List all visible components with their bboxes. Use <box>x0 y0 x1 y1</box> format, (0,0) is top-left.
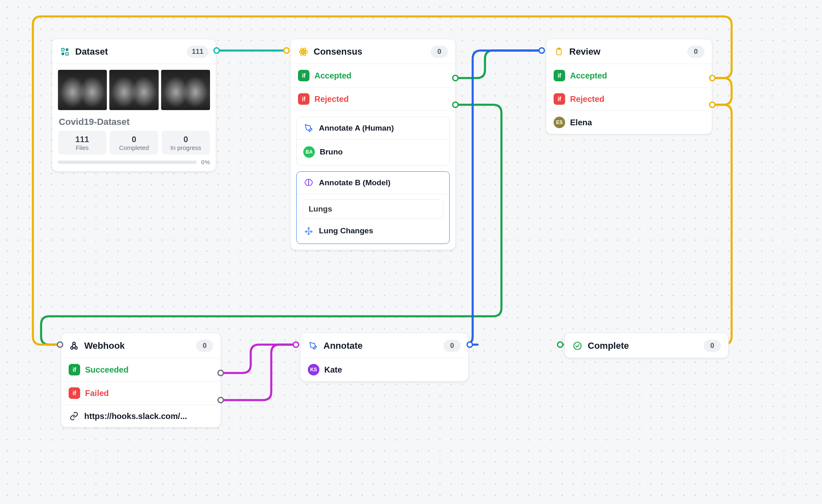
svg-point-7 <box>302 51 304 52</box>
condition-label: Rejected <box>314 94 349 104</box>
workflow-canvas[interactable]: Dataset 111 Covid19-Dataset 111 Files 0 … <box>0 0 822 504</box>
link-icon <box>69 411 79 421</box>
condition-rejected[interactable]: if Rejected <box>546 87 712 111</box>
dataset-thumbnails <box>52 64 216 110</box>
avatar: KS <box>308 364 319 375</box>
sub-card-title: Annotate A (Human) <box>319 124 394 133</box>
xray-thumb <box>58 70 107 110</box>
stat-label: In progress <box>162 144 210 151</box>
dataset-name: Covid19-Dataset <box>52 110 216 131</box>
if-chip-icon: if <box>298 70 309 81</box>
stat-label: Files <box>58 144 106 151</box>
model-row: Lung Changes <box>302 224 443 238</box>
if-chip-icon: if <box>554 70 565 81</box>
port-annotate-in[interactable] <box>293 341 299 348</box>
node-dataset[interactable]: Dataset 111 Covid19-Dataset 111 Files 0 … <box>52 39 216 172</box>
node-consensus[interactable]: Consensus 0 if Accepted if Rejected Anno… <box>290 39 456 250</box>
if-chip-icon: if <box>554 93 565 105</box>
node-title: Complete <box>588 341 699 351</box>
reviewer-row: ES Elena <box>546 111 712 134</box>
if-chip-icon: if <box>69 387 80 399</box>
count-pill: 0 <box>443 340 461 352</box>
stat-files: 111 Files <box>58 131 106 154</box>
node-title: Review <box>569 46 682 57</box>
port-review-accepted-out[interactable] <box>709 75 716 81</box>
annotator-name: Bruno <box>320 147 343 156</box>
pen-icon <box>308 341 319 351</box>
condition-label: Accepted <box>314 71 351 81</box>
progress-track <box>58 161 197 164</box>
port-annotate-out[interactable] <box>466 341 473 348</box>
port-dataset-out[interactable] <box>213 47 220 54</box>
port-webhook-failed-out[interactable] <box>217 397 224 403</box>
webhook-url-row: https://hooks.slack.com/... <box>61 405 221 427</box>
svg-point-8 <box>308 228 309 229</box>
stat-completed: 0 Completed <box>110 131 158 154</box>
if-chip-icon: if <box>69 364 80 375</box>
svg-rect-1 <box>66 48 68 51</box>
condition-label: Rejected <box>570 94 604 104</box>
port-complete-in[interactable] <box>557 341 563 348</box>
port-review-in[interactable] <box>538 47 545 54</box>
port-review-rejected-out[interactable] <box>709 101 716 108</box>
svg-rect-2 <box>62 53 64 55</box>
condition-accepted[interactable]: if Accepted <box>546 64 712 87</box>
node-title: Annotate <box>323 341 439 351</box>
stat-value: 0 <box>162 135 210 144</box>
condition-label: Succeeded <box>85 365 129 375</box>
webhook-url: https://hooks.slack.com/... <box>84 412 187 421</box>
port-consensus-rejected-out[interactable] <box>452 101 459 108</box>
node-title: Consensus <box>314 46 426 57</box>
atom-icon <box>298 46 309 57</box>
port-webhook-succeeded-out[interactable] <box>217 370 224 376</box>
model-label: Lung Changes <box>319 226 373 235</box>
avatar: ES <box>554 117 565 128</box>
count-pill: 0 <box>196 340 213 352</box>
webhook-icon <box>69 341 79 351</box>
count-pill: 0 <box>687 46 704 58</box>
node-title: Dataset <box>75 46 182 57</box>
port-webhook-in[interactable] <box>57 341 63 348</box>
svg-point-9 <box>305 231 307 232</box>
progress-pct: 0% <box>201 159 210 166</box>
network-icon <box>303 226 314 236</box>
pen-icon <box>303 123 314 133</box>
condition-succeeded[interactable]: if Succeeded <box>61 358 221 382</box>
grid-icon <box>60 46 70 57</box>
node-review[interactable]: Review 0 if Accepted if Rejected ES Elen… <box>546 39 712 134</box>
stat-inprogress: 0 In progress <box>162 131 210 154</box>
model-field[interactable]: Lungs <box>302 199 443 219</box>
count-pill: 111 <box>187 46 208 58</box>
node-webhook[interactable]: Webhook 0 if Succeeded if Failed https:/… <box>61 333 221 428</box>
condition-failed[interactable]: if Failed <box>61 382 221 405</box>
port-consensus-in[interactable] <box>283 47 290 54</box>
annotate-b-card[interactable]: Annotate B (Model) Lungs Lung Changes <box>296 171 450 244</box>
condition-label: Accepted <box>570 71 607 81</box>
xray-thumb <box>109 70 158 110</box>
stat-value: 0 <box>110 135 158 144</box>
brain-icon <box>303 177 314 188</box>
stat-value: 111 <box>58 135 106 144</box>
annotator-row: BA Bruno <box>302 145 443 159</box>
count-pill: 0 <box>431 46 448 58</box>
dataset-progress: 0% <box>52 156 216 171</box>
condition-label: Failed <box>85 389 109 398</box>
sub-card-title: Annotate B (Model) <box>319 178 390 187</box>
svg-rect-0 <box>62 48 64 51</box>
node-title: Webhook <box>84 341 191 351</box>
avatar: BA <box>303 146 315 158</box>
svg-point-11 <box>308 233 309 235</box>
svg-point-10 <box>311 231 312 232</box>
node-annotate[interactable]: Annotate 0 KS Kate <box>300 333 469 382</box>
svg-rect-3 <box>66 53 68 55</box>
stat-label: Completed <box>110 144 158 151</box>
annotator-row: KS Kate <box>300 358 468 381</box>
condition-accepted[interactable]: if Accepted <box>291 64 455 87</box>
annotator-name: Kate <box>324 365 342 375</box>
clipboard-icon <box>554 46 564 57</box>
node-complete[interactable]: Complete 0 <box>564 333 729 358</box>
annotate-a-card[interactable]: Annotate A (Human) BA Bruno <box>296 117 450 166</box>
port-consensus-accepted-out[interactable] <box>452 75 459 81</box>
condition-rejected[interactable]: if Rejected <box>291 87 455 111</box>
reviewer-name: Elena <box>570 118 592 127</box>
